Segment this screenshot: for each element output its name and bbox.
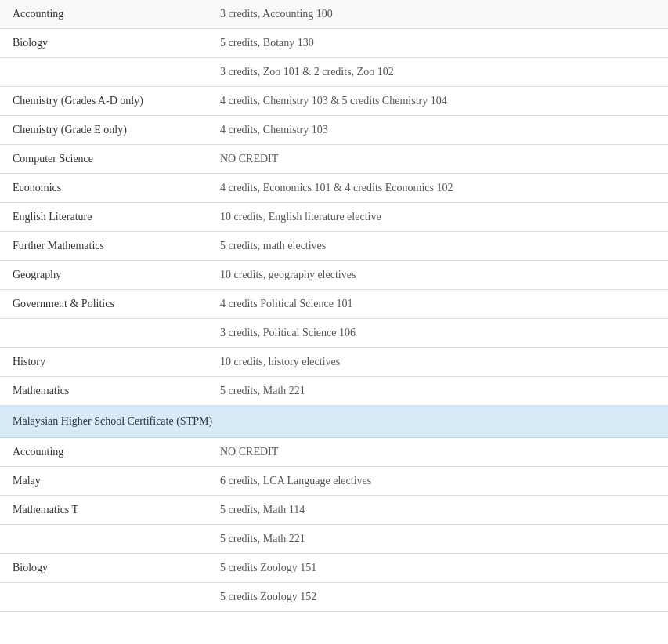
table-row: Mathematics5 credits, Math 221 bbox=[0, 377, 668, 406]
table-row: 5 credits Zoology 152 bbox=[0, 583, 668, 612]
subject-cell: Biology bbox=[0, 29, 208, 58]
credit-cell: 5 credits Zoology 152 bbox=[208, 583, 668, 612]
subject-cell bbox=[0, 525, 208, 554]
table-row: Malay6 credits, LCA Language electives bbox=[0, 467, 668, 496]
credit-cell: 3 credits, Accounting 100 bbox=[208, 0, 668, 29]
credit-cell: NO CREDIT bbox=[208, 145, 668, 174]
subject-cell bbox=[0, 583, 208, 612]
subject-cell: Chemistry (Grades A-D only) bbox=[0, 87, 208, 116]
subject-cell: Geography bbox=[0, 261, 208, 290]
table-row: Chemistry (Grade E only)4 credits, Chemi… bbox=[0, 116, 668, 145]
subject-cell: Mathematics bbox=[0, 377, 208, 406]
credit-cell: 10 credits, geography electives bbox=[208, 261, 668, 290]
subject-cell: Chemistry (Grade E only) bbox=[0, 116, 208, 145]
subject-cell: Mathematics T bbox=[0, 496, 208, 525]
table-row: English Literature10 credits, English li… bbox=[0, 203, 668, 232]
credit-cell: NO CREDIT bbox=[208, 438, 668, 467]
credit-cell: 4 credits, Chemistry 103 bbox=[208, 116, 668, 145]
credits-table: Accounting3 credits, Accounting 100Biolo… bbox=[0, 0, 668, 612]
table-row: History10 credits, history electives bbox=[0, 348, 668, 377]
credit-cell: 5 credits, Botany 130 bbox=[208, 29, 668, 58]
credit-cell: 6 credits, LCA Language electives bbox=[208, 467, 668, 496]
subject-cell bbox=[0, 319, 208, 348]
table-row: 3 credits, Political Science 106 bbox=[0, 319, 668, 348]
credit-cell: 5 credits, Math 114 bbox=[208, 496, 668, 525]
credit-cell: 4 credits, Chemistry 103 & 5 credits Che… bbox=[208, 87, 668, 116]
table-row: Biology5 credits, Botany 130 bbox=[0, 29, 668, 58]
subject-cell: Computer Science bbox=[0, 145, 208, 174]
subject-cell: Further Mathematics bbox=[0, 232, 208, 261]
table-row: Geography10 credits, geography electives bbox=[0, 261, 668, 290]
table-row: Government & Politics4 credits Political… bbox=[0, 290, 668, 319]
credit-cell: 5 credits, Math 221 bbox=[208, 525, 668, 554]
credit-cell: 10 credits, history electives bbox=[208, 348, 668, 377]
credit-cell: 5 credits, math electives bbox=[208, 232, 668, 261]
subject-cell: Accounting bbox=[0, 438, 208, 467]
subject-cell: Malay bbox=[0, 467, 208, 496]
subject-cell bbox=[0, 58, 208, 87]
table-row: Further Mathematics5 credits, math elect… bbox=[0, 232, 668, 261]
credit-cell: 10 credits, English literature elective bbox=[208, 203, 668, 232]
credit-cell: 3 credits, Zoo 101 & 2 credits, Zoo 102 bbox=[208, 58, 668, 87]
subject-cell: Accounting bbox=[0, 0, 208, 29]
credit-cell: 5 credits, Math 221 bbox=[208, 377, 668, 406]
subject-cell: History bbox=[0, 348, 208, 377]
table-row: Chemistry (Grades A-D only)4 credits, Ch… bbox=[0, 87, 668, 116]
table-row: 3 credits, Zoo 101 & 2 credits, Zoo 102 bbox=[0, 58, 668, 87]
subject-cell: Government & Politics bbox=[0, 290, 208, 319]
table-row: Economics4 credits, Economics 101 & 4 cr… bbox=[0, 174, 668, 203]
table-row: Computer ScienceNO CREDIT bbox=[0, 145, 668, 174]
credit-cell: 4 credits, Economics 101 & 4 credits Eco… bbox=[208, 174, 668, 203]
table-row: 5 credits, Math 221 bbox=[0, 525, 668, 554]
section-header-label: Malaysian Higher School Certificate (STP… bbox=[0, 406, 668, 438]
subject-cell: Biology bbox=[0, 554, 208, 583]
table-row: Malaysian Higher School Certificate (STP… bbox=[0, 406, 668, 438]
table-row: Accounting3 credits, Accounting 100 bbox=[0, 0, 668, 29]
subject-cell: Economics bbox=[0, 174, 208, 203]
table-row: Biology5 credits Zoology 151 bbox=[0, 554, 668, 583]
credit-cell: 5 credits Zoology 151 bbox=[208, 554, 668, 583]
table-row: AccountingNO CREDIT bbox=[0, 438, 668, 467]
subject-cell: English Literature bbox=[0, 203, 208, 232]
credit-cell: 3 credits, Political Science 106 bbox=[208, 319, 668, 348]
credit-cell: 4 credits Political Science 101 bbox=[208, 290, 668, 319]
table-row: Mathematics T5 credits, Math 114 bbox=[0, 496, 668, 525]
